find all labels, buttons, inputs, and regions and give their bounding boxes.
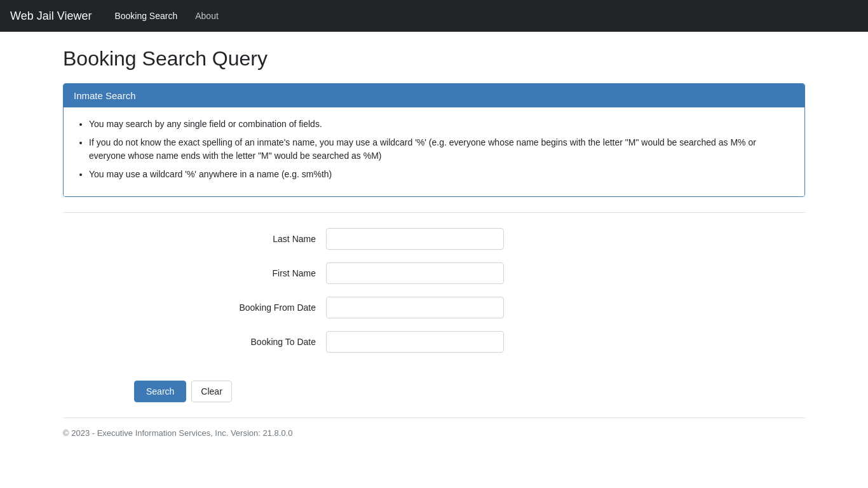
booking-to-date-row: Booking To Date	[212, 331, 656, 353]
footer-text: © 2023 - Executive Information Services,…	[63, 428, 293, 438]
inmate-search-panel-body: You may search by any single field or co…	[64, 107, 804, 196]
nav-links: Booking Search About	[107, 7, 226, 25]
clear-button[interactable]: Clear	[191, 381, 231, 402]
search-form: Last Name First Name Booking From Date B…	[63, 228, 805, 381]
search-button[interactable]: Search	[134, 381, 186, 402]
form-divider	[63, 212, 805, 213]
last-name-row: Last Name	[212, 228, 656, 250]
booking-from-date-row: Booking From Date	[212, 297, 656, 318]
first-name-row: First Name	[212, 262, 656, 284]
last-name-input[interactable]	[326, 228, 504, 250]
instruction-item-3: You may use a wildcard '%' anywhere in a…	[89, 168, 792, 181]
booking-to-date-label: Booking To Date	[212, 337, 326, 347]
inmate-search-instructions: You may search by any single field or co…	[76, 118, 792, 181]
first-name-label: First Name	[212, 268, 326, 278]
first-name-input[interactable]	[326, 262, 504, 284]
inmate-search-panel: Inmate Search You may search by any sing…	[63, 83, 805, 197]
booking-from-date-input[interactable]	[326, 297, 504, 318]
navbar-brand[interactable]: Web Jail Viewer	[10, 10, 92, 23]
booking-to-date-input[interactable]	[326, 331, 504, 353]
inmate-search-panel-header: Inmate Search	[64, 84, 804, 107]
instruction-item-1: You may search by any single field or co…	[89, 118, 792, 131]
page-title: Booking Search Query	[63, 47, 805, 71]
footer: © 2023 - Executive Information Services,…	[63, 417, 805, 448]
booking-from-date-label: Booking From Date	[212, 302, 326, 313]
instruction-item-2: If you do not know the exact spelling of…	[89, 136, 792, 163]
button-row: Search Clear	[63, 381, 805, 417]
nav-link-booking-search[interactable]: Booking Search	[107, 7, 185, 25]
navbar: Web Jail Viewer Booking Search About	[0, 0, 868, 32]
nav-link-about[interactable]: About	[187, 7, 226, 25]
main-content: Booking Search Query Inmate Search You m…	[53, 32, 815, 463]
last-name-label: Last Name	[212, 234, 326, 244]
